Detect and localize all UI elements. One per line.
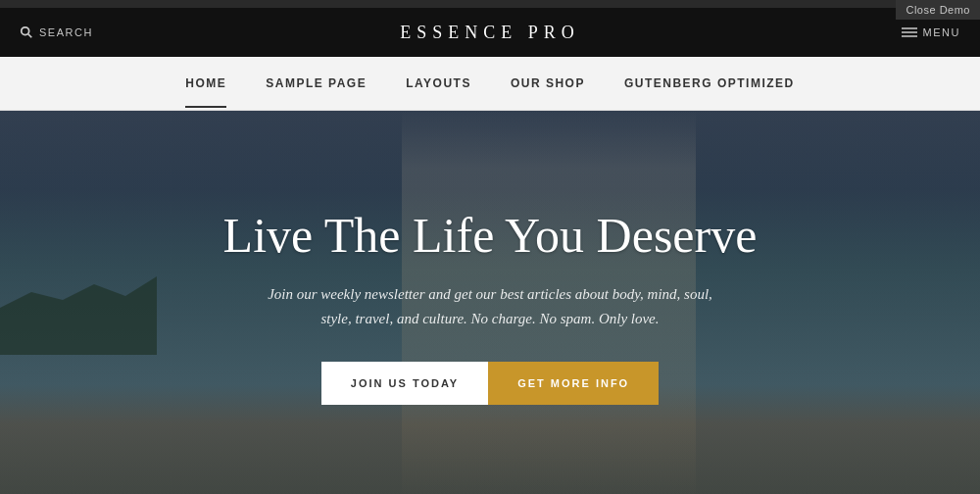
nav-item-layouts[interactable]: LAYOUTS [406,59,471,108]
nav-item-sample-page[interactable]: SAMPLE PAGE [266,59,367,108]
search-button[interactable]: SEARCH [20,25,93,39]
nav-item-our-shop[interactable]: OUR SHOP [511,59,585,108]
hero-title: Live The Life You Deserve [223,209,758,263]
top-mini-bar: Close Demo [0,0,980,8]
get-more-info-button[interactable]: GET MORE INFO [488,362,659,405]
site-title: ESSENCE PRO [400,23,580,43]
menu-label: MENU [923,26,960,38]
hero-buttons: JOIN US TODAY GET MORE INFO [223,362,758,405]
menu-button[interactable]: MENU [902,26,960,38]
hero-subtitle: Join our weekly newsletter and get our b… [223,282,758,332]
hero-content: Live The Life You Deserve Join our weekl… [204,209,777,405]
hero-section: Live The Life You Deserve Join our weekl… [0,111,980,494]
header-bar: SEARCH ESSENCE PRO MENU [0,8,980,57]
nav-item-home[interactable]: HOME [185,59,226,108]
search-icon [20,25,33,39]
svg-line-1 [28,34,32,38]
navigation: HOME SAMPLE PAGE LAYOUTS OUR SHOP GUTENB… [0,57,980,111]
svg-point-0 [22,27,29,35]
nav-item-gutenberg[interactable]: GUTENBERG OPTIMIZED [624,59,795,108]
join-us-button[interactable]: JOIN US TODAY [321,362,488,405]
menu-icon [902,26,917,38]
search-label: SEARCH [39,26,93,38]
close-demo-button[interactable]: Close Demo [896,0,980,20]
